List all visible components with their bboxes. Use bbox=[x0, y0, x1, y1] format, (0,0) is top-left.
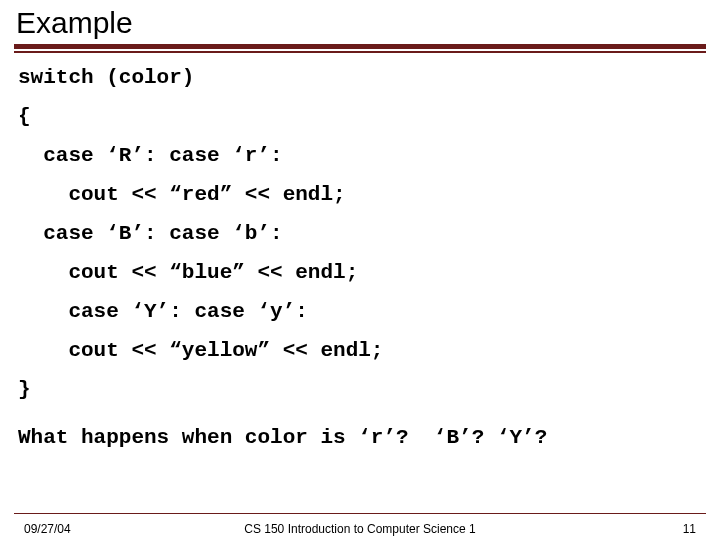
code-line: } bbox=[18, 379, 702, 400]
footer-page: 11 bbox=[683, 522, 696, 536]
code-line: case ‘Y’: case ‘y’: bbox=[18, 301, 702, 322]
code-line: switch (color) bbox=[18, 67, 702, 88]
code-line: cout << “yellow” << endl; bbox=[18, 340, 702, 361]
code-line: case ‘R’: case ‘r’: bbox=[18, 145, 702, 166]
slide-title: Example bbox=[0, 0, 720, 40]
code-line: case ‘B’: case ‘b’: bbox=[18, 223, 702, 244]
code-line: cout << “blue” << endl; bbox=[18, 262, 702, 283]
title-rule bbox=[14, 44, 706, 49]
question-text: What happens when color is ‘r’? ‘B’? ‘Y’… bbox=[0, 418, 720, 449]
code-line: { bbox=[18, 106, 702, 127]
slide: Example switch (color) { case ‘R’: case … bbox=[0, 0, 720, 540]
code-block: switch (color) { case ‘R’: case ‘r’: cou… bbox=[0, 53, 720, 400]
footer-rule bbox=[14, 513, 706, 514]
footer-course: CS 150 Introduction to Computer Science … bbox=[14, 522, 706, 536]
code-line: cout << “red” << endl; bbox=[18, 184, 702, 205]
